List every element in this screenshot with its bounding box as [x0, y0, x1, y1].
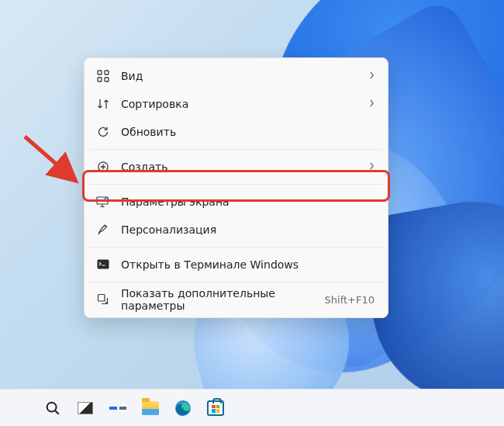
task-view-icon	[109, 401, 126, 415]
store-icon	[206, 399, 225, 417]
windows-start-icon	[12, 400, 29, 417]
taskbar-task-switch[interactable]	[70, 393, 101, 424]
taskbar-search-button[interactable]	[37, 393, 68, 424]
sort-icon	[96, 97, 110, 111]
menu-item-more-options[interactable]: Показать дополнительные параметры Shift+…	[88, 286, 384, 313]
terminal-icon	[96, 258, 110, 272]
svg-point-10	[47, 402, 57, 411]
view-icon	[96, 69, 110, 83]
taskbar-store[interactable]	[200, 393, 231, 424]
taskbar-edge[interactable]	[167, 393, 198, 424]
chevron-right-icon	[369, 99, 375, 109]
more-options-icon	[96, 293, 110, 307]
menu-divider	[90, 149, 382, 150]
task-switch-icon	[76, 399, 95, 417]
menu-item-refresh[interactable]: Обновить	[88, 118, 384, 146]
file-explorer-icon	[141, 399, 160, 417]
menu-divider	[90, 247, 382, 248]
menu-label: Параметры экрана	[121, 196, 376, 208]
edge-icon	[174, 399, 192, 417]
svg-rect-3	[105, 78, 109, 81]
desktop-context-menu: Вид Сортировка Обновить	[84, 57, 388, 318]
refresh-icon	[96, 125, 110, 139]
menu-divider	[90, 282, 382, 282]
chevron-right-icon	[369, 71, 375, 81]
taskbar-task-view[interactable]	[102, 393, 133, 424]
new-icon	[96, 160, 110, 174]
svg-rect-2	[98, 78, 102, 81]
svg-rect-7	[98, 260, 109, 269]
menu-label: Показать дополнительные параметры	[121, 287, 314, 312]
menu-label: Вид	[121, 70, 358, 82]
menu-item-personalize[interactable]: Персонализация	[88, 216, 384, 244]
menu-item-view[interactable]: Вид	[88, 62, 384, 90]
menu-item-display-settings[interactable]: Параметры экрана	[88, 188, 384, 216]
personalize-icon	[96, 223, 110, 237]
menu-label: Персонализация	[121, 223, 376, 236]
taskbar-file-explorer[interactable]	[135, 393, 166, 424]
svg-rect-0	[98, 71, 102, 74]
svg-rect-8	[98, 295, 105, 302]
menu-divider	[90, 184, 382, 185]
taskbar-start-button[interactable]	[5, 393, 36, 424]
menu-item-open-terminal[interactable]: Открыть в Терминале Windows	[88, 251, 384, 279]
chevron-right-icon	[369, 161, 375, 172]
menu-label: Сортировка	[121, 98, 358, 110]
menu-label: Обновить	[121, 126, 376, 138]
menu-item-sort[interactable]: Сортировка	[88, 90, 384, 118]
taskbar	[0, 389, 504, 426]
menu-item-new[interactable]: Создать	[88, 153, 384, 181]
svg-rect-1	[105, 71, 109, 74]
menu-label: Открыть в Терминале Windows	[121, 258, 376, 271]
menu-label: Создать	[121, 161, 358, 173]
menu-shortcut: Shift+F10	[325, 294, 375, 306]
display-settings-icon	[96, 195, 110, 209]
search-icon	[43, 399, 62, 417]
